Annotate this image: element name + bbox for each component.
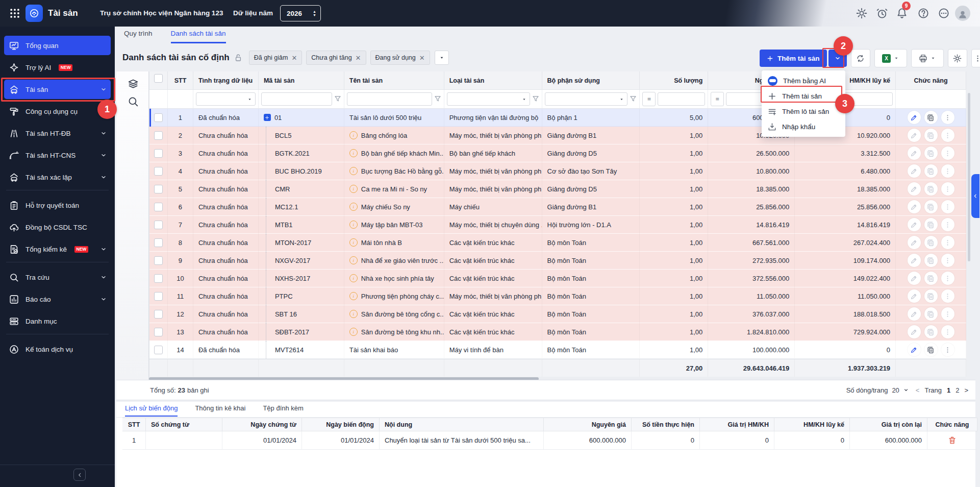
duplicate-button[interactable] <box>924 343 938 356</box>
info-icon[interactable]: i <box>349 149 358 157</box>
row-checkbox[interactable] <box>154 167 163 176</box>
info-icon[interactable]: i <box>349 203 358 211</box>
filter-input[interactable] <box>261 92 332 106</box>
info-icon[interactable]: i <box>349 274 358 282</box>
filter-input[interactable] <box>658 92 705 106</box>
filter-select[interactable] <box>545 92 628 106</box>
sidebar-item[interactable]: Tra cứu <box>4 267 111 287</box>
row-menu-button[interactable] <box>941 307 954 321</box>
edit-button[interactable] <box>908 236 921 249</box>
column-header[interactable]: STT <box>168 71 193 90</box>
row-checkbox[interactable] <box>154 131 163 140</box>
table-row[interactable]: 3Chưa chuẩn hóaBGTK.2021iBộ bàn ghế tiếp… <box>149 144 966 162</box>
filter-select[interactable] <box>447 92 530 106</box>
row-checkbox[interactable] <box>154 149 163 158</box>
refresh-button[interactable] <box>851 49 870 67</box>
export-excel-button[interactable]: X <box>874 49 907 67</box>
sidebar-item[interactable]: Tổng quan <box>4 36 111 55</box>
duplicate-button[interactable] <box>924 129 938 142</box>
close-icon[interactable]: ✕ <box>356 54 361 62</box>
row-menu-button[interactable] <box>941 147 954 160</box>
menu-item[interactable]: Nhập khẩu <box>762 119 845 134</box>
table-row[interactable]: 7Chưa chuẩn hóaMTB1iMáy tập bản MBT-03Má… <box>149 216 966 234</box>
duplicate-button[interactable] <box>924 200 938 213</box>
edit-button[interactable] <box>908 147 921 160</box>
duplicate-button[interactable] <box>924 218 938 231</box>
prev-page-button[interactable]: < <box>916 386 920 394</box>
app-logo[interactable] <box>26 5 43 22</box>
table-row[interactable]: 10Chưa chuẩn hóaNXHS-2017iNhà xe học sin… <box>149 270 966 287</box>
info-icon[interactable]: i <box>349 310 358 318</box>
edit-button[interactable] <box>908 218 921 231</box>
table-row[interactable]: 13Chưa chuẩn hóaSĐBT-2017iSân đường bê t… <box>149 323 966 341</box>
row-menu-button[interactable] <box>941 325 954 338</box>
row-menu-button[interactable] <box>941 218 954 231</box>
filter-chip[interactable]: Đang sử dụng✕ <box>370 51 430 65</box>
row-checkbox[interactable] <box>154 113 163 122</box>
duplicate-button[interactable] <box>924 254 938 267</box>
row-menu-button[interactable] <box>941 272 954 285</box>
filter-chips-dropdown-button[interactable] <box>435 51 449 65</box>
page-1-button[interactable]: 1 <box>947 386 950 394</box>
row-menu-button[interactable] <box>941 236 954 249</box>
filter-input[interactable] <box>347 92 432 106</box>
table-row[interactable]: 9Chưa chuẩn hóaNXGV-2017iNhà để xe giáo … <box>149 252 966 270</box>
avatar[interactable] <box>955 6 970 21</box>
sidebar-collapse-button[interactable] <box>73 469 86 481</box>
branch-name[interactable]: Trụ sở chính Học viện Ngân hàng 123 <box>100 0 223 27</box>
edit-button[interactable] <box>908 343 921 356</box>
column-header[interactable]: Số lượng <box>640 71 708 90</box>
row-checkbox[interactable] <box>154 292 163 301</box>
info-icon[interactable]: i <box>349 238 358 247</box>
close-icon[interactable]: ✕ <box>419 54 425 62</box>
tab-lich-su-bien-dong[interactable]: Lịch sử biến động <box>125 404 178 417</box>
row-menu-button[interactable] <box>941 164 954 178</box>
edit-button[interactable] <box>908 164 921 178</box>
info-icon[interactable]: i <box>349 221 358 229</box>
edit-button[interactable] <box>908 111 921 124</box>
info-icon[interactable]: i <box>349 256 358 264</box>
edit-button[interactable] <box>908 307 921 321</box>
row-menu-button[interactable] <box>941 129 954 142</box>
unlock-icon[interactable] <box>234 54 242 62</box>
row-checkbox[interactable] <box>154 274 163 283</box>
edit-button[interactable] <box>908 182 921 196</box>
print-button[interactable] <box>911 49 944 67</box>
duplicate-button[interactable] <box>924 325 938 338</box>
row-menu-button[interactable] <box>941 343 954 356</box>
duplicate-button[interactable] <box>924 307 938 321</box>
info-icon[interactable]: i <box>349 185 358 193</box>
info-icon[interactable]: i <box>349 292 358 300</box>
sidebar-item[interactable]: Báo cáo <box>4 289 111 309</box>
sidebar-item[interactable]: Tài sản HT-ĐB <box>4 124 111 143</box>
sidebar-item[interactable]: Trợ lý AINEW <box>4 58 111 77</box>
filter-chip[interactable]: Đã ghi giảm✕ <box>249 51 303 65</box>
sidebar-item[interactable]: Kế toán dịch vụ <box>4 339 111 359</box>
info-icon[interactable]: i <box>349 167 358 175</box>
close-icon[interactable]: ✕ <box>291 54 297 62</box>
sidebar-item[interactable]: Tài sản HT-CNS <box>4 145 111 165</box>
row-checkbox[interactable] <box>154 328 163 336</box>
column-header[interactable]: Tên tài sản <box>344 71 444 90</box>
table-row[interactable]: 11Chưa chuẩn hóaPTPCiPhương tiện phòng c… <box>149 287 966 305</box>
sidebar-item[interactable]: Công cụ dụng cụ <box>4 102 111 121</box>
layers-button[interactable] <box>128 79 139 90</box>
tab-tep-dinh-kem[interactable]: Tệp đính kèm <box>263 404 304 417</box>
info-icon[interactable]: i <box>349 328 358 336</box>
equals-operator-button[interactable]: = <box>642 92 656 106</box>
table-row[interactable]: 6Chưa chuẩn hóaMC12.1iMáy chiếu So nyMáy… <box>149 198 966 216</box>
sidebar-item[interactable]: Đồng bộ CSDL TSC <box>4 217 111 237</box>
table-settings-button[interactable] <box>948 49 967 67</box>
edit-button[interactable] <box>908 272 921 285</box>
help-icon[interactable] <box>918 8 929 19</box>
edit-button[interactable] <box>908 254 921 267</box>
settings-icon[interactable] <box>856 8 867 19</box>
side-panel-toggle[interactable] <box>971 174 979 218</box>
column-header[interactable]: Loại tài sản <box>444 71 542 90</box>
table-row[interactable]: 12Chưa chuẩn hóaSBT 16iSân đường bê tông… <box>149 305 966 323</box>
column-header[interactable]: Mã tài sản <box>259 71 344 90</box>
rows-per-page-select[interactable]: Số dòng/trang 20 <box>846 386 909 394</box>
table-row[interactable]: 8Chưa chuẩn hóaMTON-2017iMái tôn nhà BCá… <box>149 234 966 252</box>
row-menu-button[interactable] <box>941 200 954 213</box>
table-row[interactable]: 5Chưa chuẩn hóaCMRiCa me ra Mi ni - So n… <box>149 180 966 198</box>
